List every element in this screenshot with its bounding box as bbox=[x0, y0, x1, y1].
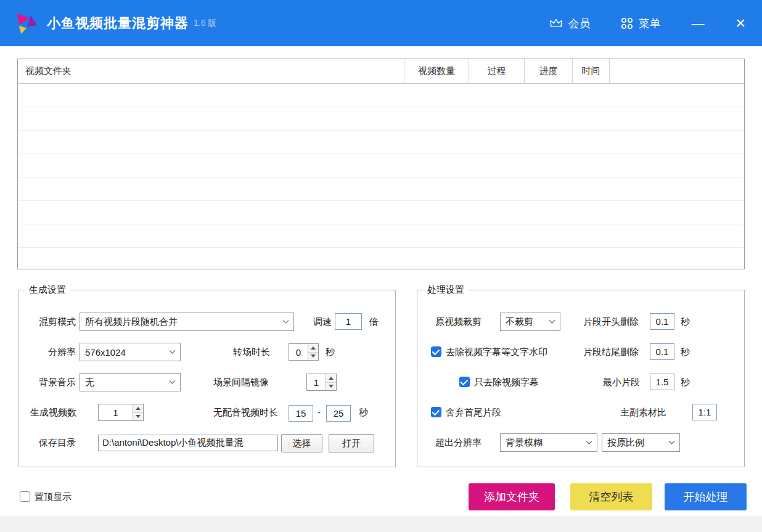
window-bottom-edge bbox=[0, 516, 762, 532]
titlebar: 小鱼视频批量混剪神器 1.6 版 会员 菜单 — ✕ bbox=[0, 0, 762, 46]
mirror-spinner[interactable] bbox=[306, 374, 337, 391]
app-title: 小鱼视频批量混剪神器 bbox=[47, 14, 189, 33]
resolution-value: 576x1024 bbox=[85, 347, 126, 358]
menu-button[interactable]: 菜单 bbox=[621, 16, 660, 31]
table-row bbox=[18, 131, 744, 154]
min-clip-unit: 秒 bbox=[681, 377, 690, 387]
table-row bbox=[18, 154, 744, 178]
spinner-up-button[interactable] bbox=[133, 404, 143, 412]
column-header-count[interactable]: 视频数量 bbox=[404, 59, 469, 83]
add-folder-button[interactable]: 添加文件夹 bbox=[469, 483, 555, 510]
menu-label: 菜单 bbox=[638, 16, 660, 31]
duration-label: 无配音视频时长 bbox=[213, 407, 278, 417]
mirror-input[interactable] bbox=[307, 374, 326, 390]
select-dir-button[interactable]: 选择 bbox=[281, 434, 322, 452]
table-row bbox=[18, 248, 744, 269]
tail-trim-input[interactable] bbox=[650, 343, 674, 360]
generation-settings-legend: 生成设置 bbox=[25, 284, 70, 296]
spinner-down-button[interactable] bbox=[326, 382, 336, 391]
processing-settings-legend: 处理设置 bbox=[424, 284, 468, 296]
resolution-select[interactable]: 576x1024 bbox=[80, 343, 181, 361]
head-trim-label: 片段开头删除 bbox=[583, 317, 639, 327]
table-body bbox=[18, 84, 744, 269]
spinner-up-button[interactable] bbox=[326, 374, 336, 382]
duration-min-input[interactable] bbox=[289, 405, 313, 422]
open-dir-button[interactable]: 打开 bbox=[329, 434, 374, 452]
mix-mode-select[interactable]: 所有视频片段随机合并 bbox=[80, 313, 294, 331]
chevron-down-icon bbox=[169, 380, 176, 385]
bgm-select[interactable]: 无 bbox=[80, 373, 181, 391]
crop-value: 不裁剪 bbox=[506, 316, 533, 328]
column-header-process[interactable]: 过程 bbox=[469, 59, 525, 83]
table-header: 视频文件夹 视频数量 过程 进度 时间 bbox=[18, 59, 744, 84]
resolution-label: 分辨率 bbox=[48, 347, 76, 357]
app-window: 小鱼视频批量混剪神器 1.6 版 会员 菜单 — ✕ 视频文件夹 视频数量 过 bbox=[0, 0, 762, 532]
topmost-label[interactable]: 置顶显示 bbox=[35, 492, 72, 502]
table-row bbox=[18, 178, 744, 201]
head-trim-unit: 秒 bbox=[681, 317, 690, 327]
discard-ends-checkbox[interactable] bbox=[431, 407, 441, 417]
material-ratio-label: 主副素材比 bbox=[620, 407, 666, 417]
crop-select[interactable]: 不裁剪 bbox=[500, 313, 560, 331]
app-logo-icon bbox=[15, 12, 38, 35]
duration-separator: - bbox=[318, 407, 321, 417]
generation-settings-group: 生成设置 混剪模式 所有视频片段随机合并 调速 倍 分辨率 576x1024 转… bbox=[18, 290, 396, 467]
tail-trim-unit: 秒 bbox=[681, 347, 690, 357]
spinner-down-button[interactable] bbox=[308, 352, 318, 361]
minimize-button[interactable]: — bbox=[691, 17, 704, 30]
transition-input[interactable] bbox=[289, 344, 308, 360]
mix-mode-label: 混剪模式 bbox=[39, 317, 76, 327]
video-count-label: 生成视频数 bbox=[30, 407, 76, 417]
min-clip-label: 最小片段 bbox=[603, 377, 640, 387]
clear-list-button[interactable]: 清空列表 bbox=[570, 483, 652, 510]
transition-label: 转场时长 bbox=[233, 347, 270, 357]
video-count-input[interactable] bbox=[99, 404, 133, 420]
scale-mode-select[interactable]: 按原比例 bbox=[602, 433, 680, 452]
topmost-checkbox[interactable] bbox=[20, 491, 30, 502]
material-ratio-input[interactable] bbox=[692, 404, 717, 420]
grid-menu-icon bbox=[621, 17, 633, 30]
column-header-progress[interactable]: 进度 bbox=[525, 59, 573, 83]
column-header-folder[interactable]: 视频文件夹 bbox=[18, 59, 404, 83]
chevron-down-icon bbox=[169, 350, 176, 354]
duration-unit: 秒 bbox=[359, 407, 368, 417]
discard-ends-label[interactable]: 舍弃首尾片段 bbox=[446, 407, 501, 417]
spinner-down-icon bbox=[329, 385, 334, 388]
member-button[interactable]: 会员 bbox=[549, 16, 590, 31]
column-header-time[interactable]: 时间 bbox=[573, 59, 610, 83]
transition-spinner[interactable] bbox=[289, 343, 319, 361]
speed-unit: 倍 bbox=[369, 317, 379, 327]
table-row bbox=[18, 84, 744, 107]
video-count-spinner[interactable] bbox=[98, 404, 144, 421]
speed-input[interactable] bbox=[335, 313, 362, 330]
chevron-down-icon bbox=[282, 320, 289, 324]
save-dir-input[interactable] bbox=[98, 435, 278, 451]
table-row bbox=[18, 107, 744, 131]
min-clip-input[interactable] bbox=[650, 374, 674, 390]
remove-watermark-checkbox[interactable] bbox=[431, 346, 441, 357]
spinner-up-icon bbox=[311, 346, 316, 350]
crop-label: 原视频裁剪 bbox=[435, 317, 481, 327]
member-label: 会员 bbox=[568, 16, 590, 31]
table-row bbox=[18, 224, 744, 248]
overflow-select[interactable]: 背景模糊 bbox=[500, 433, 597, 452]
bgm-label: 背景音乐 bbox=[39, 377, 76, 387]
only-subtitle-label[interactable]: 只去除视频字幕 bbox=[474, 377, 539, 387]
spinner-up-icon bbox=[329, 377, 334, 380]
close-button[interactable]: ✕ bbox=[735, 17, 746, 30]
titlebar-actions: 会员 菜单 — ✕ bbox=[549, 16, 762, 31]
spinner-down-button[interactable] bbox=[133, 412, 143, 421]
video-list-table: 视频文件夹 视频数量 过程 进度 时间 bbox=[17, 59, 745, 269]
crown-icon bbox=[549, 18, 563, 29]
duration-max-input[interactable] bbox=[326, 405, 351, 422]
chevron-down-icon bbox=[586, 441, 592, 445]
remove-watermark-label[interactable]: 去除视频字幕等文字水印 bbox=[446, 347, 547, 357]
app-version: 1.6 版 bbox=[194, 18, 216, 29]
bgm-value: 无 bbox=[85, 377, 94, 388]
column-header-spacer bbox=[610, 59, 744, 83]
start-processing-button[interactable]: 开始处理 bbox=[665, 483, 747, 510]
head-trim-input[interactable] bbox=[650, 313, 674, 330]
mix-mode-value: 所有视频片段随机合并 bbox=[85, 316, 178, 328]
spinner-up-button[interactable] bbox=[308, 344, 318, 352]
only-subtitle-checkbox[interactable] bbox=[459, 377, 470, 387]
